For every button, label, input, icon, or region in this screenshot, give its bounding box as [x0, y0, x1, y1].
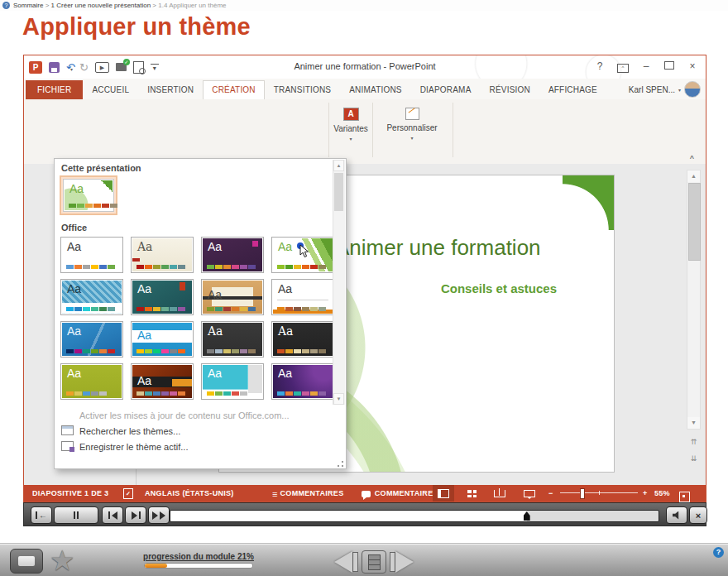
vertical-scrollbar[interactable]: ▲ ▼	[687, 170, 701, 430]
volume-button[interactable]	[666, 506, 687, 524]
help-icon[interactable]: ?	[713, 547, 724, 558]
view-slideshow-button[interactable]	[519, 485, 540, 502]
next-lesson-button[interactable]	[390, 551, 414, 573]
undo-dropdown-icon[interactable]: ▾	[70, 67, 73, 72]
help-button[interactable]: ?	[590, 58, 610, 74]
tab-affichage[interactable]: AFFICHAGE	[539, 80, 606, 99]
tab-création[interactable]: CRÉATION	[203, 80, 265, 99]
zoom-in-button[interactable]: +	[643, 485, 648, 502]
zoom-slider-thumb[interactable]	[580, 488, 585, 499]
quick-print-icon[interactable]	[116, 63, 127, 71]
favorite-button[interactable]: ★	[50, 544, 74, 576]
comments-toggle[interactable]: COMMENTAIRES	[362, 485, 438, 502]
fast-forward-button[interactable]	[148, 506, 170, 524]
office-theme-tile-4[interactable]: Aa	[271, 237, 334, 273]
office-theme-tile-11[interactable]: Aa	[201, 321, 264, 358]
office-theme-tile-15[interactable]: Aa	[201, 363, 264, 400]
playback-played	[170, 511, 527, 521]
current-theme-selected[interactable]: Aa	[60, 175, 117, 215]
resize-grip[interactable]	[338, 461, 343, 467]
variants-label: Variantes	[332, 124, 370, 133]
notes-toggle[interactable]: ≡ COMMENTAIRES	[272, 485, 343, 502]
close-button[interactable]: ×	[682, 58, 702, 74]
print-preview-icon[interactable]	[133, 61, 144, 74]
playback-progress-bar[interactable]	[170, 510, 659, 522]
breadcrumb-help-icon[interactable]: ?	[2, 2, 10, 9]
gallery-menu-item[interactable]: Enregistrer le thème actif...	[55, 439, 346, 454]
zoom-out-button[interactable]: −	[548, 485, 553, 502]
scrollbar-thumb[interactable]	[688, 183, 701, 261]
next-button[interactable]	[125, 506, 146, 524]
tab-diaporama[interactable]: DIAPORAMA	[411, 80, 481, 99]
office-theme-tile-8[interactable]: Aa	[271, 279, 334, 315]
office-theme-tile-5[interactable]: Aa	[60, 279, 123, 315]
collapse-ribbon-icon[interactable]: ^	[690, 154, 694, 162]
office-theme-tile-12[interactable]: Aa	[271, 321, 334, 358]
player-close-button[interactable]: ×	[689, 506, 707, 524]
variants-button[interactable]: A Variantes ▾	[332, 103, 370, 159]
office-theme-tile-7[interactable]: Aa	[201, 279, 264, 315]
tab-insertion[interactable]: INSERTION	[138, 80, 203, 99]
office-theme-tile-13[interactable]: Aa	[60, 363, 123, 400]
view-reading-button[interactable]	[489, 485, 510, 502]
office-theme-tile-14[interactable]: Aa	[131, 363, 194, 400]
customize-dropdown-icon[interactable]: ▾	[375, 135, 449, 141]
gallery-menu-item[interactable]: Rechercher les thèmes...	[55, 423, 346, 439]
theme-color-swatches	[277, 265, 326, 269]
tab-transitions[interactable]: TRANSITIONS	[265, 80, 340, 99]
start-slideshow-icon[interactable]: ▶	[95, 62, 109, 73]
window-controls: ? ^ – ×	[590, 58, 702, 74]
office-theme-tile-1[interactable]: Aa	[60, 237, 123, 273]
office-theme-tile-9[interactable]: Aa	[60, 321, 123, 358]
volume-icon	[673, 511, 682, 520]
office-theme-tile-16[interactable]: Aa	[271, 363, 334, 400]
window-titlebar: P ↶▾ ↻ ▶ ▾ Animer une formation - PowerP…	[24, 55, 706, 79]
slide-title[interactable]: Animer une formation	[335, 235, 557, 261]
previous-button[interactable]	[102, 506, 123, 524]
breadcrumb-item[interactable]: 1.4 Appliquer un thème	[158, 2, 226, 9]
view-sorter-button[interactable]	[461, 485, 482, 502]
account-dropdown-icon[interactable]: ▾	[678, 87, 681, 93]
office-theme-tile-2[interactable]: Aa	[131, 237, 194, 273]
fullscreen-button[interactable]	[10, 549, 43, 574]
scroll-down-icon[interactable]: ▼	[687, 417, 700, 429]
tab-animations[interactable]: ANIMATIONS	[340, 80, 410, 99]
gallery-scroll-up-icon[interactable]: ▲	[333, 160, 344, 171]
current-theme-tile[interactable]: Aa	[63, 179, 114, 212]
next-slide-icon[interactable]: ⇊	[687, 452, 701, 466]
tab-fichier[interactable]: FICHIER	[26, 80, 83, 99]
redo-icon[interactable]: ↻	[79, 62, 89, 73]
exit-button[interactable]: ←	[31, 506, 52, 524]
breadcrumb-item[interactable]: Sommaire	[13, 2, 43, 9]
previous-lesson-button[interactable]	[334, 551, 358, 573]
minimize-button[interactable]: –	[636, 58, 656, 74]
view-normal-button[interactable]	[433, 485, 454, 502]
save-icon[interactable]	[49, 62, 60, 73]
customize-qat-icon[interactable]: ▾	[151, 64, 159, 71]
gallery-scroll-down-icon[interactable]: ▼	[333, 393, 344, 405]
gallery-scrollbar[interactable]: ▲ ▼	[333, 160, 345, 405]
breadcrumb-item[interactable]: 1 Créer une nouvelle présentation	[51, 2, 151, 9]
filmstrip-button[interactable]	[362, 550, 386, 574]
spellcheck-icon[interactable]: ✓	[123, 485, 133, 502]
ribbon-display-options-button[interactable]: ^	[613, 58, 633, 74]
customize-button[interactable]: Personnaliser ▾	[375, 103, 449, 159]
zoom-slider[interactable]	[560, 492, 638, 493]
variants-dropdown-icon[interactable]: ▾	[332, 136, 370, 142]
maximize-button[interactable]	[659, 58, 679, 74]
zoom-level[interactable]: 55%	[654, 485, 670, 502]
office-theme-tile-6[interactable]: Aa	[131, 279, 194, 315]
slide-subtitle[interactable]: Conseils et astuces	[335, 281, 557, 295]
scroll-up-icon[interactable]: ▲	[687, 170, 700, 182]
previous-slide-icon[interactable]: ⇈	[687, 435, 701, 449]
undo-button[interactable]: ↶▾	[66, 60, 73, 74]
tab-révision[interactable]: RÉVISION	[481, 80, 539, 99]
avatar[interactable]	[684, 81, 701, 98]
office-theme-tile-10[interactable]: Aa	[131, 321, 194, 358]
gallery-scrollbar-thumb[interactable]	[334, 173, 343, 211]
tab-accueil[interactable]: ACCUEIL	[83, 80, 138, 99]
account-area[interactable]: Karl SPEN... ▾	[629, 81, 701, 98]
office-theme-tile-3[interactable]: Aa	[201, 237, 264, 273]
pause-button[interactable]	[54, 506, 98, 524]
language-status[interactable]: ANGLAIS (ÉTATS-UNIS)	[145, 485, 234, 502]
